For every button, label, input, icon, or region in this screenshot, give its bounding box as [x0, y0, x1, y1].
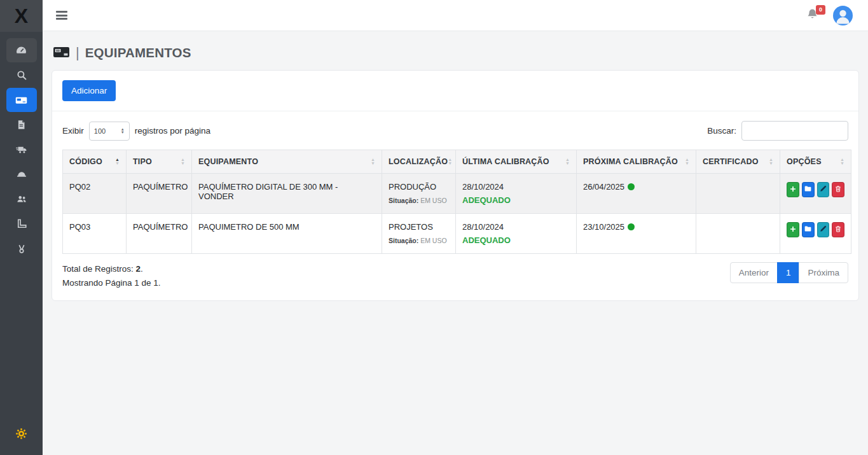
card-body: Exibir 100 ▲▼ registros por página Busca…: [52, 111, 858, 300]
search-input[interactable]: [741, 121, 848, 141]
sort-icon: ▲▼: [371, 158, 375, 165]
sidebar-item-equipamentos[interactable]: [6, 88, 37, 112]
sidebar-item-settings[interactable]: [6, 421, 37, 445]
cell-equipamento: PAQUÍMETRO DIGITAL DE 300 MM - VONDER: [192, 174, 382, 214]
avatar[interactable]: [833, 6, 853, 25]
add-calibration-button[interactable]: [787, 222, 799, 237]
topbar: 0: [43, 0, 868, 31]
notifications-button[interactable]: 0: [806, 8, 819, 24]
cell-equipamento: PAQUIMETRO DE 500 MM: [192, 214, 382, 254]
cell-opcoes: [780, 214, 851, 254]
buscar-label: Buscar:: [707, 126, 736, 136]
speedometer-icon: [15, 45, 27, 57]
equipment-table: CÓDIGO▲▼ TIPO▲▼ EQUIPAMENTO▲▼ LOCALIZAÇÃ…: [62, 150, 851, 254]
trash-icon: [834, 185, 842, 195]
document-icon: [16, 119, 27, 130]
col-header-tipo[interactable]: TIPO▲▼: [127, 150, 192, 174]
app-logo[interactable]: X: [0, 0, 43, 32]
card-header: Adicionar: [52, 71, 858, 111]
sidebar-item-truck[interactable]: [6, 137, 37, 162]
sort-icon: ▲▼: [840, 158, 844, 165]
green-status-dot: [628, 223, 635, 230]
page-size-value: 100: [94, 127, 106, 135]
users-icon: [15, 193, 28, 205]
pagination: Anterior 1 Próxima: [730, 262, 848, 283]
cell-opcoes: [780, 174, 851, 214]
table-footer: Total de Registros: 2. Mostrando Página …: [62, 262, 848, 290]
col-header-equipamento[interactable]: EQUIPAMENTO▲▼: [192, 150, 382, 174]
cell-ultima-calibracao: 28/10/2024 ADEQUADO: [456, 214, 577, 254]
exibir-label: Exibir: [62, 126, 84, 136]
pagination-next[interactable]: Próxima: [799, 262, 848, 283]
col-header-certificado[interactable]: CERTIFICADO▲▼: [696, 150, 780, 174]
cell-tipo: PAQUÍMETRO: [127, 214, 192, 254]
truck-icon: [15, 144, 28, 156]
sort-icon: ▲▼: [115, 158, 120, 165]
table-row: PQ03 PAQUÍMETRO PAQUIMETRO DE 500 MM PRO…: [63, 214, 851, 254]
page-title: | EQUIPAMENTOS: [53, 45, 858, 61]
table-row: PQ02 PAQUÍMETRO PAQUÍMETRO DIGITAL DE 30…: [63, 174, 851, 214]
menu-icon[interactable]: [56, 11, 67, 20]
page-title-text: EQUIPAMENTOS: [85, 45, 191, 60]
edit-button[interactable]: [817, 222, 830, 237]
cell-proxima-calibracao: 23/10/2025: [577, 214, 696, 254]
sort-icon: ▲▼: [448, 158, 452, 165]
page-size-select[interactable]: 100 ▲▼: [89, 122, 130, 141]
sidebar-item-award[interactable]: [6, 237, 37, 261]
folder-button[interactable]: [802, 222, 815, 237]
folder-icon: [804, 225, 812, 235]
sort-icon: ▲▼: [769, 158, 773, 165]
table-header-row: CÓDIGO▲▼ TIPO▲▼ EQUIPAMENTO▲▼ LOCALIZAÇÃ…: [63, 150, 851, 174]
sidebar-item-ruler[interactable]: [6, 212, 37, 236]
sidebar-nav: [0, 32, 43, 455]
folder-icon: [804, 185, 812, 195]
sidebar-item-dashboard[interactable]: [6, 38, 37, 62]
green-status-dot: [628, 183, 635, 190]
edit-button[interactable]: [817, 182, 830, 197]
col-header-opcoes[interactable]: OPÇÕES▲▼: [780, 150, 851, 174]
sidebar-item-users[interactable]: [6, 187, 37, 211]
plus-icon: [789, 225, 797, 235]
cell-codigo: PQ03: [63, 214, 127, 254]
calculator-icon: [53, 45, 70, 61]
sidebar-item-search[interactable]: [6, 63, 37, 87]
status-adequado: ADEQUADO: [462, 235, 570, 245]
cell-certificado: [696, 214, 780, 254]
pencil-icon: [819, 185, 827, 195]
add-calibration-button[interactable]: [787, 182, 799, 197]
cell-codigo: PQ02: [63, 174, 127, 214]
main-content: | EQUIPAMENTOS Adicionar Exibir 100 ▲▼ r…: [43, 31, 868, 455]
folder-button[interactable]: [802, 182, 815, 197]
equipment-card: Adicionar Exibir 100 ▲▼ registros por pá…: [52, 70, 859, 301]
pagination-page-1[interactable]: 1: [777, 262, 800, 283]
pagination-prev[interactable]: Anterior: [730, 262, 778, 283]
search-icon: [16, 69, 27, 81]
ruler-icon: [16, 218, 27, 230]
col-header-codigo[interactable]: CÓDIGO▲▼: [63, 150, 127, 174]
col-header-ultima-calibracao[interactable]: ÚLTIMA CALIBRAÇÃO▲▼: [456, 150, 577, 174]
status-adequado: ADEQUADO: [462, 195, 570, 205]
award-icon: [16, 243, 27, 255]
cell-tipo: PAQUÍMETRO: [127, 174, 192, 214]
delete-button[interactable]: [832, 222, 844, 237]
sidebar-item-documents[interactable]: [6, 113, 37, 137]
cell-localizacao: PRODUÇÃO Situação: EM USO: [382, 174, 456, 214]
cell-ultima-calibracao: 28/10/2024 ADEQUADO: [456, 174, 577, 214]
sort-icon: ▲▼: [685, 158, 689, 165]
gear-icon: [15, 428, 27, 440]
sidebar-item-helmet[interactable]: [6, 162, 37, 186]
delete-button[interactable]: [832, 182, 844, 197]
col-header-proxima-calibracao[interactable]: PRÓXIMA CALIBRAÇÃO▲▼: [577, 150, 696, 174]
showing-page: Mostrando Página 1 de 1.: [62, 276, 161, 290]
calculator-icon: [15, 94, 28, 107]
registros-label: registros por página: [135, 126, 210, 136]
title-separator: |: [76, 45, 79, 61]
col-header-localizacao[interactable]: LOCALIZAÇÃO▲▼: [382, 150, 456, 174]
sidebar: X: [0, 0, 43, 455]
sort-icon: ▲▼: [565, 158, 570, 165]
cell-certificado: [696, 174, 780, 214]
sort-icon: ▲▼: [181, 158, 185, 165]
add-button[interactable]: Adicionar: [62, 80, 116, 101]
hard-hat-icon: [15, 169, 28, 180]
cell-localizacao: PROJETOS Situação: EM USO: [382, 214, 456, 254]
